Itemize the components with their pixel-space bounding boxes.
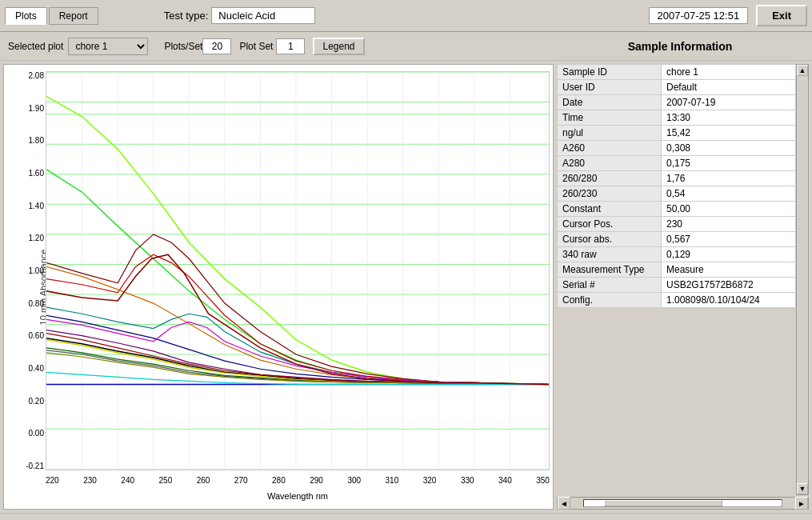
test-type-label: Test type: xyxy=(164,10,209,22)
scroll-up-arrow[interactable]: ▲ xyxy=(797,65,808,76)
selected-plot-label: Selected plot xyxy=(8,41,63,52)
info-value: 0,175 xyxy=(662,156,796,171)
info-key: Serial # xyxy=(558,278,662,293)
info-key: Time xyxy=(558,110,662,126)
plots-per-set-label: Plots/Set xyxy=(164,41,202,52)
chart-plot-area xyxy=(46,71,550,470)
info-key: 340 raw xyxy=(558,247,662,262)
info-value: 0,567 xyxy=(662,232,796,247)
selected-plot-select[interactable]: chore 1 xyxy=(68,38,148,55)
info-table-wrap: Sample IDchore 1User IDDefaultDate2007-0… xyxy=(557,64,796,495)
info-key: Date xyxy=(558,95,662,110)
x-ticks: 220 230 240 250 260 270 280 290 300 310 … xyxy=(46,476,550,485)
datetime-display: 2007-07-25 12:51 xyxy=(649,7,749,24)
table-row: Config.1.008098/0.10/104/24 xyxy=(558,293,796,308)
plots-per-set-input[interactable]: 20 xyxy=(202,38,231,54)
scroll-down-arrow[interactable]: ▼ xyxy=(797,483,808,494)
info-value: 15,42 xyxy=(662,126,796,141)
info-key: A280 xyxy=(558,156,662,171)
table-row: Cursor Pos.230 xyxy=(558,217,796,232)
exit-button[interactable]: Exit xyxy=(756,5,807,26)
table-row: Date2007-07-19 xyxy=(558,95,796,110)
info-value: 0,129 xyxy=(662,247,796,262)
info-key: Cursor Pos. xyxy=(558,217,662,232)
info-value: USB2G17572B6872 xyxy=(662,278,796,293)
info-key: A260 xyxy=(558,141,662,156)
info-key: Config. xyxy=(558,293,662,308)
table-row: 340 raw0,129 xyxy=(558,247,796,262)
info-key: 260/230 xyxy=(558,186,662,202)
info-value: 13:30 xyxy=(662,110,796,126)
table-row: A2600,308 xyxy=(558,141,796,156)
vertical-scrollbar[interactable]: ▲ ▼ xyxy=(796,64,809,495)
chart-svg xyxy=(46,72,549,470)
tab-plots[interactable]: Plots xyxy=(5,7,47,25)
tab-report[interactable]: Report xyxy=(49,7,98,25)
scrollbar-thumb[interactable] xyxy=(604,500,722,506)
y-ticks: 2.08 1.90 1.80 1.60 1.40 1.20 1.00 0.80 … xyxy=(17,71,44,470)
legend-button[interactable]: Legend xyxy=(313,38,364,55)
info-key: Sample ID xyxy=(558,65,662,80)
info-value: 1.008098/0.10/104/24 xyxy=(662,293,796,308)
info-value: chore 1 xyxy=(662,65,796,80)
table-row: 260/2801,76 xyxy=(558,171,796,186)
table-row: Serial #USB2G17572B6872 xyxy=(558,278,796,293)
table-row: Constant50,00 xyxy=(558,202,796,217)
info-value: Default xyxy=(662,80,796,95)
sample-info-title: Sample Information xyxy=(556,40,804,53)
bottom-row: Reset Baseline Cursor nm Cursor Abs. xyxy=(0,513,812,520)
table-row: Measurement TypeMeasure xyxy=(558,262,796,278)
info-value: 2007-07-19 xyxy=(662,95,796,110)
table-row: Cursor abs.0,567 xyxy=(558,232,796,247)
info-key: ng/ul xyxy=(558,126,662,141)
scrollbar-track xyxy=(583,499,782,507)
toolbar: Plots Report Test type: Nucleic Acid 200… xyxy=(0,0,812,32)
info-key: User ID xyxy=(558,80,662,95)
x-axis-label: Wavelength nm xyxy=(46,491,550,501)
table-row: Sample IDchore 1 xyxy=(558,65,796,80)
plot-set-label: Plot Set xyxy=(239,41,273,52)
info-value: Measure xyxy=(662,262,796,278)
chart-container: 10 mm Absorbance 2.08 1.90 1.80 1.60 1.4… xyxy=(3,64,554,510)
table-row: 260/2300,54 xyxy=(558,186,796,202)
info-value: 0,308 xyxy=(662,141,796,156)
info-value: 1,76 xyxy=(662,171,796,186)
controls-row: Selected plot chore 1 Plots/Set 20 Plot … xyxy=(0,32,812,61)
sample-info-table: Sample IDchore 1User IDDefaultDate2007-0… xyxy=(557,64,796,308)
table-row: User IDDefault xyxy=(558,80,796,95)
table-row: ng/ul15,42 xyxy=(558,126,796,141)
info-key: Cursor abs. xyxy=(558,232,662,247)
test-type-value: Nucleic Acid xyxy=(211,7,315,24)
info-key: 260/280 xyxy=(558,171,662,186)
table-row: A2800,175 xyxy=(558,156,796,171)
table-scroll-wrapper: Sample IDchore 1User IDDefaultDate2007-0… xyxy=(557,64,809,495)
plot-set-input[interactable]: 1 xyxy=(276,38,305,54)
horizontal-scrollbar[interactable]: ◄ ► xyxy=(557,497,809,510)
table-row: Time13:30 xyxy=(558,110,796,126)
info-value: 230 xyxy=(662,217,796,232)
scroll-right-arrow[interactable]: ► xyxy=(795,497,808,510)
info-key: Constant xyxy=(558,202,662,217)
scroll-left-arrow[interactable]: ◄ xyxy=(558,497,570,510)
info-value: 50,00 xyxy=(662,202,796,217)
right-panel: Sample IDchore 1User IDDefaultDate2007-0… xyxy=(557,64,809,510)
main-area: 10 mm Absorbance 2.08 1.90 1.80 1.60 1.4… xyxy=(0,61,812,513)
info-key: Measurement Type xyxy=(558,262,662,278)
info-value: 0,54 xyxy=(662,186,796,202)
